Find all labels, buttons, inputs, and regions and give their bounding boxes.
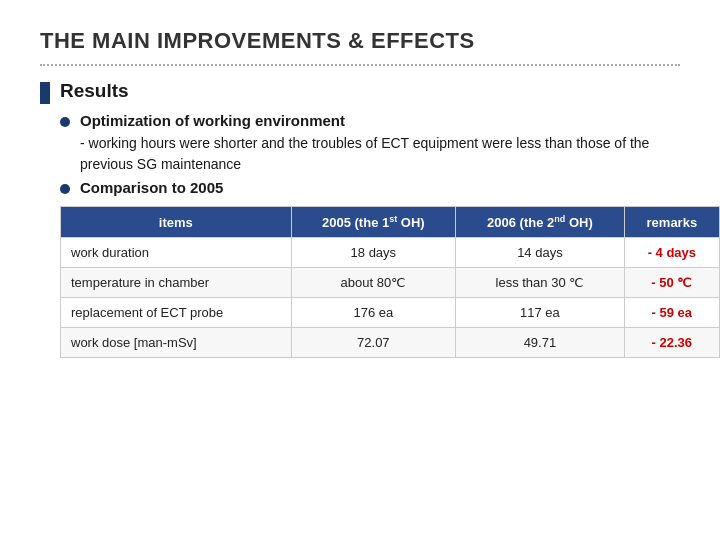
bullet1: Optimization of working environment [60, 112, 680, 129]
blue-rect-icon [40, 82, 50, 104]
header-items: items [61, 207, 292, 238]
bullet2-label: Comparison to 2005 [80, 179, 223, 196]
cell-2006: 117 ea [456, 298, 625, 328]
bullet1-label: Optimization of working environment [80, 112, 345, 129]
cell-2005: 72.07 [291, 328, 456, 358]
slide-title: THE MAIN IMPROVEMENTS & EFFECTS [40, 28, 680, 54]
cell-2005: 176 ea [291, 298, 456, 328]
slide: THE MAIN IMPROVEMENTS & EFFECTS Results … [0, 0, 720, 540]
cell-remarks: - 50 ℃ [624, 268, 719, 298]
bullet1-icon [60, 117, 70, 127]
header-2006: 2006 (the 2nd OH) [456, 207, 625, 238]
bullet2-icon [60, 184, 70, 194]
cell-2005: about 80℃ [291, 268, 456, 298]
header-remarks: remarks [624, 207, 719, 238]
cell-item: temperature in chamber [61, 268, 292, 298]
cell-remarks: - 59 ea [624, 298, 719, 328]
cell-2006: less than 30 ℃ [456, 268, 625, 298]
table-row: temperature in chamberabout 80℃less than… [61, 268, 720, 298]
results-label: Results [60, 80, 129, 102]
cell-item: work duration [61, 238, 292, 268]
cell-2005: 18 days [291, 238, 456, 268]
cell-item: replacement of ECT probe [61, 298, 292, 328]
cell-2006: 14 days [456, 238, 625, 268]
results-section: Results [40, 80, 680, 104]
table-header-row: items 2005 (the 1st OH) 2006 (the 2nd OH… [61, 207, 720, 238]
table-row: work duration18 days14 days- 4 days [61, 238, 720, 268]
comparison-table: items 2005 (the 1st OH) 2006 (the 2nd OH… [60, 206, 720, 358]
bullet-section: Optimization of working environment work… [60, 112, 680, 196]
cell-2006: 49.71 [456, 328, 625, 358]
header-2005: 2005 (the 1st OH) [291, 207, 456, 238]
bullet1-sub: working hours were shorter and the troub… [80, 133, 680, 175]
table-row: replacement of ECT probe176 ea117 ea- 59… [61, 298, 720, 328]
cell-item: work dose [man-mSv] [61, 328, 292, 358]
comparison-table-wrapper: items 2005 (the 1st OH) 2006 (the 2nd OH… [60, 206, 680, 358]
divider [40, 64, 680, 66]
cell-remarks: - 4 days [624, 238, 719, 268]
cell-remarks: - 22.36 [624, 328, 719, 358]
table-row: work dose [man-mSv]72.0749.71- 22.36 [61, 328, 720, 358]
bullet2: Comparison to 2005 [60, 179, 680, 196]
